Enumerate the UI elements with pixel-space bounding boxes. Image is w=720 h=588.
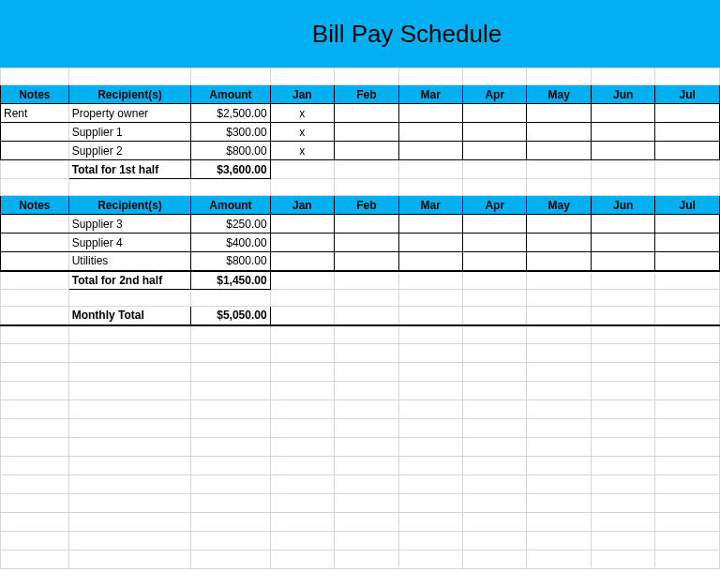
- notes-cell[interactable]: [1, 215, 69, 234]
- col-amount-header[interactable]: Amount: [191, 196, 270, 215]
- mark-cell[interactable]: [335, 252, 398, 271]
- col-feb-header[interactable]: Feb: [335, 196, 398, 215]
- mark-cell[interactable]: [335, 234, 398, 252]
- notes-cell[interactable]: [1, 123, 69, 142]
- mark-cell[interactable]: [398, 142, 462, 160]
- total-amount-cell[interactable]: $1,450.00: [191, 271, 270, 290]
- mark-cell[interactable]: [655, 104, 720, 123]
- mark-cell[interactable]: [463, 123, 527, 142]
- empty-cell[interactable]: [335, 160, 398, 179]
- col-jun-header[interactable]: Jun: [591, 196, 654, 215]
- total-amount-cell[interactable]: $3,600.00: [191, 160, 270, 179]
- grand-total-amount-cell[interactable]: $5,050.00: [191, 307, 270, 325]
- empty-cell[interactable]: [398, 307, 462, 325]
- amount-cell[interactable]: $300.00: [191, 123, 270, 142]
- col-mar-header[interactable]: Mar: [398, 85, 462, 104]
- empty-cell[interactable]: [591, 160, 654, 179]
- col-may-header[interactable]: May: [527, 196, 591, 215]
- col-may-header[interactable]: May: [527, 85, 591, 104]
- mark-cell[interactable]: [270, 234, 334, 252]
- mark-cell[interactable]: [591, 104, 654, 123]
- empty-cell[interactable]: [398, 160, 462, 179]
- recipient-cell[interactable]: Utilities: [68, 252, 191, 271]
- mark-cell[interactable]: [655, 123, 720, 142]
- mark-cell[interactable]: [335, 215, 398, 234]
- mark-cell[interactable]: [463, 252, 527, 271]
- notes-cell[interactable]: [1, 252, 69, 271]
- col-jan-header[interactable]: Jan: [270, 85, 334, 104]
- mark-cell[interactable]: [591, 123, 654, 142]
- col-notes-header[interactable]: Notes: [1, 85, 69, 104]
- recipient-cell[interactable]: Supplier 2: [68, 142, 191, 160]
- notes-cell[interactable]: [1, 142, 69, 160]
- amount-cell[interactable]: $2,500.00: [191, 104, 270, 123]
- mark-cell[interactable]: [335, 142, 398, 160]
- empty-cell[interactable]: [527, 160, 591, 179]
- col-notes-header[interactable]: Notes: [1, 196, 69, 215]
- col-recipients-header[interactable]: Recipient(s): [68, 196, 191, 215]
- mark-cell[interactable]: [527, 142, 591, 160]
- empty-cell[interactable]: [527, 307, 591, 325]
- empty-cell[interactable]: [1, 307, 69, 325]
- col-jan-header[interactable]: Jan: [270, 196, 334, 215]
- mark-cell[interactable]: [527, 215, 591, 234]
- mark-cell[interactable]: [270, 252, 334, 271]
- total-label-cell[interactable]: Total for 1st half: [68, 160, 191, 179]
- mark-cell[interactable]: [398, 215, 462, 234]
- mark-cell[interactable]: [270, 215, 334, 234]
- mark-cell[interactable]: [398, 104, 462, 123]
- col-recipients-header[interactable]: Recipient(s): [68, 85, 191, 104]
- col-apr-header[interactable]: Apr: [463, 85, 527, 104]
- mark-cell[interactable]: [655, 234, 720, 252]
- mark-cell[interactable]: x: [270, 142, 334, 160]
- col-jul-header[interactable]: Jul: [655, 196, 720, 215]
- empty-cell[interactable]: [655, 160, 720, 179]
- recipient-cell[interactable]: Supplier 3: [68, 215, 191, 234]
- amount-cell[interactable]: $400.00: [191, 234, 270, 252]
- mark-cell[interactable]: [398, 123, 462, 142]
- mark-cell[interactable]: [591, 215, 654, 234]
- mark-cell[interactable]: [335, 104, 398, 123]
- amount-cell[interactable]: $250.00: [191, 215, 270, 234]
- empty-cell[interactable]: [270, 271, 334, 290]
- empty-cell[interactable]: [398, 271, 462, 290]
- mark-cell[interactable]: [398, 252, 462, 271]
- mark-cell[interactable]: [591, 252, 654, 271]
- mark-cell[interactable]: [463, 142, 527, 160]
- amount-cell[interactable]: $800.00: [191, 252, 270, 271]
- mark-cell[interactable]: [527, 252, 591, 271]
- mark-cell[interactable]: x: [270, 123, 334, 142]
- mark-cell[interactable]: [527, 234, 591, 252]
- col-jun-header[interactable]: Jun: [591, 85, 654, 104]
- mark-cell[interactable]: [335, 123, 398, 142]
- mark-cell[interactable]: [463, 215, 527, 234]
- grand-total-label-cell[interactable]: Monthly Total: [68, 307, 191, 325]
- mark-cell[interactable]: [655, 215, 720, 234]
- total-label-cell[interactable]: Total for 2nd half: [68, 271, 191, 290]
- empty-cell[interactable]: [463, 271, 527, 290]
- mark-cell[interactable]: [591, 142, 654, 160]
- col-amount-header[interactable]: Amount: [191, 85, 270, 104]
- mark-cell[interactable]: [463, 104, 527, 123]
- col-jul-header[interactable]: Jul: [655, 85, 720, 104]
- mark-cell[interactable]: [527, 123, 591, 142]
- empty-cell[interactable]: [591, 271, 654, 290]
- empty-cell[interactable]: [591, 307, 654, 325]
- notes-cell[interactable]: [1, 234, 69, 252]
- recipient-cell[interactable]: Supplier 1: [68, 123, 191, 142]
- empty-cell[interactable]: [463, 160, 527, 179]
- mark-cell[interactable]: [398, 234, 462, 252]
- empty-cell[interactable]: [527, 271, 591, 290]
- empty-cell[interactable]: [335, 271, 398, 290]
- recipient-cell[interactable]: Property owner: [68, 104, 191, 123]
- mark-cell[interactable]: [463, 234, 527, 252]
- mark-cell[interactable]: x: [270, 104, 334, 123]
- empty-cell[interactable]: [655, 307, 720, 325]
- amount-cell[interactable]: $800.00: [191, 142, 270, 160]
- col-feb-header[interactable]: Feb: [335, 85, 398, 104]
- col-mar-header[interactable]: Mar: [398, 196, 462, 215]
- empty-cell[interactable]: [463, 307, 527, 325]
- empty-cell[interactable]: [270, 307, 334, 325]
- empty-cell[interactable]: [1, 160, 69, 179]
- notes-cell[interactable]: Rent: [1, 104, 69, 123]
